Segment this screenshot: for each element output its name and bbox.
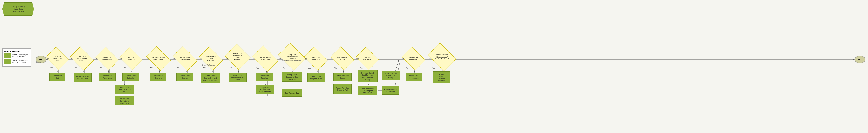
decision-text: Use Pre-definedCost Elements? (152, 56, 165, 61)
decision-cost-buckets: Use Pre-definedCost Buckets? (175, 51, 195, 66)
decision-text: Define CVAImportance? (408, 56, 419, 61)
decision-text: OverrideTemplates? (362, 56, 372, 61)
label-no-7: No (199, 57, 202, 59)
p15-label: Define CVAImportance (409, 75, 419, 79)
label-yes-11: Yes (308, 67, 311, 69)
legend-label-1: Where Used Analysis for Cost Buckets (12, 54, 30, 58)
decision-cost-templates: Use Pre-definedCost Templates? (254, 51, 276, 66)
p12a-label: Define Part CostGroup (336, 75, 349, 79)
p3-label: Define CostParameters (102, 75, 112, 79)
label-no-2: No (71, 57, 73, 59)
cost-template-cost-label: Cost Template Cost (285, 92, 300, 94)
label-yes-6: Yes (177, 67, 179, 69)
p12b-label: Assign Part CostGroup to Part (336, 87, 349, 91)
p2-label: Define Cost setEst Mtrl Cost (76, 75, 89, 80)
p13a-label: Override DefaultCost TemplateFor Part Co… (361, 72, 374, 81)
p13b-label: Override DefaultCost Templatefor Cost Se… (361, 87, 374, 94)
p9-label: Define CostTemplate (260, 75, 269, 79)
decision-text: Use Pre-defined CostSets? (52, 55, 62, 62)
p6-label: Define CostBucket (180, 75, 189, 79)
decision-assign-templates: Assign CostTemplates? (306, 51, 326, 66)
process-define-part-cost-group: Define Part CostGroup (334, 73, 351, 81)
p4c-label: Assign CostEstimator toMany Parts (120, 98, 129, 104)
decision-text-buckets-template: Assign CostBuckets to CostTemplates? (285, 53, 298, 60)
decision-text: Define EstMtrl Cost percost set? (77, 55, 87, 62)
process-define-costset-est-mtrl: Define Cost setEst Mtrl Cost (73, 73, 92, 82)
decision-override-templates: OverrideTemplates? (358, 51, 376, 66)
stop-terminal: Stop (855, 56, 865, 63)
decision-text: Use Pre-definedCost Templates? (258, 56, 272, 61)
p11-label: Assign CostTemplate to Part (310, 75, 323, 80)
legend-item-1: Where Used Analysis for Cost Buckets (4, 53, 30, 58)
process-define-cost-estimator: Define CostEstimator (123, 73, 139, 81)
decision-text: Use Part CostGroups? (337, 56, 348, 61)
decision-predefined-cost-sets: Use Pre-defined CostSets? (48, 51, 66, 66)
decision-cost-parameters: Define CostParameters? (98, 51, 117, 66)
decision-text: Use CostEstimators? (126, 56, 136, 61)
label-no-8: No (226, 57, 228, 59)
process-override-default-cost-template-part-cost-group: Override DefaultCost TemplateFor Part Co… (358, 70, 378, 82)
legend-box: General Activities Where Used Analysis f… (2, 48, 31, 66)
decision-cross-reference: Cost BucketCrossReference? (201, 51, 221, 66)
label-no-16: No (429, 57, 431, 59)
p9b-label: Copy CostBuckets fromCost Template (259, 86, 271, 93)
decision-text: Define CustomerRequirements/Product Feat… (434, 53, 450, 60)
p10-label: Assign CostBuckets to CostTemplate (286, 74, 299, 80)
label-yes-4: Yes (123, 67, 126, 69)
decision-text: Use Pre-definedCost Buckets? (179, 56, 192, 61)
label-yes-1: Yes (50, 67, 53, 69)
legend-rect-1 (4, 53, 11, 58)
decision-assign-elements-buckets: Assign CostElements toCostBuckets? (228, 48, 248, 65)
decision-assign-buckets-templates: Assign CostBuckets to CostTemplates? (281, 48, 303, 65)
decision-cva-importance: Define CVAImportance? (404, 51, 423, 66)
stop-label: Stop (858, 58, 862, 61)
process-apply-changes-cost-set: Apply Changesto Cost Set (382, 86, 399, 95)
process-define-cost-bucket: Define CostBucket (177, 73, 193, 81)
label-no-3: No (96, 57, 98, 59)
process-assign-estimator-one-part: Assign CostEstimator to OnePart (115, 85, 134, 94)
decision-text: Define CostParameters? (102, 56, 112, 61)
label-no-4: No (120, 57, 122, 59)
label-yes-7: Yes (203, 67, 206, 69)
process-assign-part-cost-group: Assign Part CostGroup to Part (334, 84, 351, 94)
decision-est-mtrl-cost: Define EstMtrl Cost percost set? (72, 51, 92, 66)
legend-title: General Activities (4, 50, 30, 52)
label-yes-12: Yes (334, 67, 337, 69)
p14a-label: Apply Changesto Part CostGroup (385, 72, 397, 79)
p1-label: Define Cost Set (53, 75, 62, 79)
p8-label: Assign CostElement to CostBucket (231, 74, 244, 81)
process-enter-cross-reference: Enter CostBucket ElementCross Reference (200, 73, 220, 83)
process-define-cost-parameters: Define CostParameters (99, 73, 116, 81)
label-no-15: No (402, 57, 404, 59)
label-yes-15: Yes (406, 67, 408, 69)
process-override-default-cost-template-cost-set: Override DefaultCost Templatefor Cost Se… (358, 86, 377, 95)
defined-cost-label: defined Cost (36, 62, 45, 63)
label-no-5: No (147, 57, 149, 59)
label-yes-3: Yes (99, 67, 102, 69)
decision-cost-estimators: Use CostEstimators? (122, 51, 140, 66)
process-assign-buckets-cost-template: Assign CostBuckets to CostTemplate (282, 72, 302, 82)
decision-text: Assign CostElements toCostBuckets? (233, 52, 243, 61)
legend-rect-2 (4, 59, 11, 64)
process-define-cost-element: Define CostElement (150, 73, 166, 81)
label-no-6: No (173, 57, 175, 59)
cost-template-cost-box: Cost Template Cost (282, 89, 302, 97)
banner-text: Set Up Costing Basic Data (Activity Leve… (11, 5, 25, 12)
process-copy-cost-buckets: Copy CostBuckets fromCost Template (255, 85, 274, 94)
label-yes-10: Yes (283, 67, 285, 69)
p14b-label: Apply Changesto Cost Set (384, 88, 397, 92)
diagram-container: Set Up Costing Basic Data (Activity Leve… (0, 0, 868, 133)
decision-part-cost-groups: Use Part CostGroups? (333, 51, 352, 66)
label-no-10: No (279, 57, 281, 59)
process-define-customer-product-features: DefineCustomerProductFeatures (433, 71, 451, 83)
p7a-label: Enter CostBucket ElementCross Reference (204, 75, 217, 81)
start-label: Start (39, 58, 43, 61)
decision-customer-requirements: Define CustomerRequirements/Product Feat… (430, 48, 454, 66)
label-yes-8: Yes (229, 67, 232, 69)
decision-text: Assign CostTemplates? (311, 56, 321, 61)
process-define-cost-set: Define Cost Set (50, 73, 65, 81)
label-no-9: No (253, 57, 255, 59)
legend-label-2: Where Used Analysis for Cost Elements (12, 59, 30, 63)
process-assign-estimator-many-parts: Assign CostEstimator toMany Parts (115, 96, 134, 105)
label-yes-13: Yes (360, 67, 362, 69)
